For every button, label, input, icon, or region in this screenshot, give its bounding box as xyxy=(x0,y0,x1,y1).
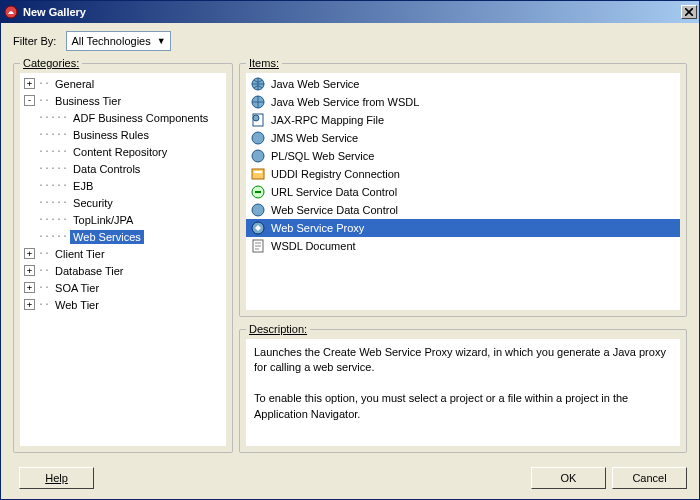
description-paragraph: Launches the Create Web Service Proxy wi… xyxy=(254,345,672,376)
tree-web-tier[interactable]: +··Web Tier xyxy=(20,296,226,313)
collapse-icon[interactable]: - xyxy=(24,95,35,106)
description-panel: Description: Launches the Create Web Ser… xyxy=(239,323,687,453)
registry-icon xyxy=(250,166,266,182)
link-icon xyxy=(250,184,266,200)
document-icon xyxy=(250,112,266,128)
help-button[interactable]: Help xyxy=(19,467,94,489)
app-icon xyxy=(3,4,19,20)
tree-business-tier[interactable]: -··Business Tier xyxy=(20,92,226,109)
proxy-icon xyxy=(250,220,266,236)
filter-combo[interactable]: All Technologies ▼ xyxy=(66,31,170,51)
globe-icon xyxy=(250,202,266,218)
items-panel: Items: Java Web Service Java Web Service… xyxy=(239,57,687,317)
tree-security[interactable]: ·····Security xyxy=(20,194,226,211)
description-paragraph: To enable this option, you must select a… xyxy=(254,391,672,422)
tree-general[interactable]: +··General xyxy=(20,75,226,92)
svg-point-5 xyxy=(252,132,264,144)
items-list[interactable]: Java Web Service Java Web Service from W… xyxy=(246,73,680,310)
tree-soa-tier[interactable]: +··SOA Tier xyxy=(20,279,226,296)
tree-adf[interactable]: ·····ADF Business Components xyxy=(20,109,226,126)
categories-tree[interactable]: +··General -··Business Tier ·····ADF Bus… xyxy=(20,73,226,446)
content-area: Categories: +··General -··Business Tier … xyxy=(1,57,699,459)
globe-icon xyxy=(250,76,266,92)
item-url-dc[interactable]: URL Service Data Control xyxy=(246,183,680,201)
expand-icon[interactable]: + xyxy=(24,282,35,293)
tree-database-tier[interactable]: +··Database Tier xyxy=(20,262,226,279)
expand-icon[interactable]: + xyxy=(24,299,35,310)
window-title: New Gallery xyxy=(23,6,681,18)
tree-toplink[interactable]: ·····TopLink/JPA xyxy=(20,211,226,228)
item-ws-dc[interactable]: Web Service Data Control xyxy=(246,201,680,219)
tree-rules[interactable]: ·····Business Rules xyxy=(20,126,226,143)
svg-rect-8 xyxy=(254,171,262,173)
chevron-down-icon: ▼ xyxy=(157,36,166,46)
tree-ejb[interactable]: ·····EJB xyxy=(20,177,226,194)
new-gallery-dialog: New Gallery Filter By: All Technologies … xyxy=(0,0,700,500)
expand-icon[interactable]: + xyxy=(24,248,35,259)
item-uddi[interactable]: UDDI Registry Connection xyxy=(246,165,680,183)
svg-rect-7 xyxy=(252,169,264,179)
item-wsdl[interactable]: WSDL Document xyxy=(246,237,680,255)
svg-point-4 xyxy=(253,115,259,121)
categories-legend: Categories: xyxy=(20,57,82,69)
svg-point-6 xyxy=(252,150,264,162)
item-java-ws[interactable]: Java Web Service xyxy=(246,75,680,93)
button-row: Help OK Cancel xyxy=(1,459,699,499)
item-jms[interactable]: JMS Web Service xyxy=(246,129,680,147)
filter-value: All Technologies xyxy=(71,35,150,47)
categories-panel: Categories: +··General -··Business Tier … xyxy=(13,57,233,453)
document-icon xyxy=(250,238,266,254)
description-legend: Description: xyxy=(246,323,310,335)
item-java-ws-wsdl[interactable]: Java Web Service from WSDL xyxy=(246,93,680,111)
expand-icon[interactable]: + xyxy=(24,265,35,276)
items-legend: Items: xyxy=(246,57,282,69)
description-text: Launches the Create Web Service Proxy wi… xyxy=(246,339,680,446)
cancel-button[interactable]: Cancel xyxy=(612,467,687,489)
globe-icon xyxy=(250,148,266,164)
expand-icon[interactable]: + xyxy=(24,78,35,89)
item-plsql[interactable]: PL/SQL Web Service xyxy=(246,147,680,165)
filter-label: Filter By: xyxy=(13,35,56,47)
filter-row: Filter By: All Technologies ▼ xyxy=(1,23,699,57)
ok-button[interactable]: OK xyxy=(531,467,606,489)
globe-icon xyxy=(250,94,266,110)
svg-point-10 xyxy=(252,204,264,216)
globe-icon xyxy=(250,130,266,146)
tree-client-tier[interactable]: +··Client Tier xyxy=(20,245,226,262)
item-ws-proxy[interactable]: Web Service Proxy xyxy=(246,219,680,237)
tree-webservices[interactable]: ·····Web Services xyxy=(20,228,226,245)
tree-content[interactable]: ·····Content Repository xyxy=(20,143,226,160)
tree-datacontrols[interactable]: ·····Data Controls xyxy=(20,160,226,177)
item-jaxrpc[interactable]: JAX-RPC Mapping File xyxy=(246,111,680,129)
title-bar: New Gallery xyxy=(1,1,699,23)
close-button[interactable] xyxy=(681,5,697,19)
